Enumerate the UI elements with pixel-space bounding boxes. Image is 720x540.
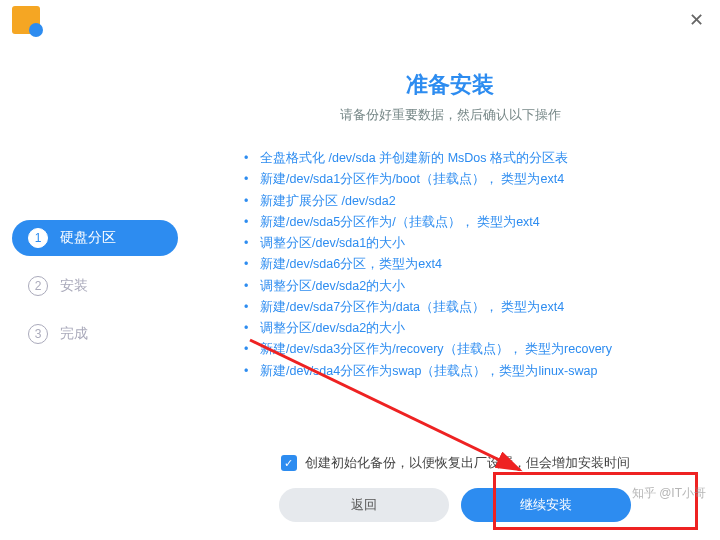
operation-item: 调整分区/dev/sda2的大小 xyxy=(244,276,680,297)
checkbox-label: 创建初始化备份，以便恢复出厂设置，但会增加安装时间 xyxy=(305,454,630,472)
init-backup-checkbox-row[interactable]: ✓ 创建初始化备份，以便恢复出厂设置，但会增加安装时间 xyxy=(220,454,690,472)
step-label: 硬盘分区 xyxy=(60,229,116,247)
operation-list: 全盘格式化 /dev/sda 并创建新的 MsDos 格式的分区表新建/dev/… xyxy=(220,148,680,382)
operation-item: 新建/dev/sda1分区作为/boot（挂载点）， 类型为ext4 xyxy=(244,169,680,190)
close-button[interactable]: ✕ xyxy=(684,8,708,32)
operation-item: 新建/dev/sda3分区作为/recovery（挂载点）， 类型为recove… xyxy=(244,339,680,360)
operation-item: 新建/dev/sda4分区作为swap（挂载点），类型为linux-swap xyxy=(244,361,680,382)
continue-install-button[interactable]: 继续安装 xyxy=(461,488,631,522)
step-number: 2 xyxy=(28,276,48,296)
main-panel: 准备安装 请备份好重要数据，然后确认以下操作 全盘格式化 /dev/sda 并创… xyxy=(190,40,720,540)
step-label: 安装 xyxy=(60,277,88,295)
page-subtitle: 请备份好重要数据，然后确认以下操作 xyxy=(220,106,680,124)
step-label: 完成 xyxy=(60,325,88,343)
back-button[interactable]: 返回 xyxy=(279,488,449,522)
page-title: 准备安装 xyxy=(220,70,680,100)
step-item-3[interactable]: 3完成 xyxy=(12,316,178,352)
operation-item: 全盘格式化 /dev/sda 并创建新的 MsDos 格式的分区表 xyxy=(244,148,680,169)
checkbox-icon: ✓ xyxy=(281,455,297,471)
operation-item: 新建/dev/sda6分区，类型为ext4 xyxy=(244,254,680,275)
titlebar: ✕ xyxy=(0,0,720,40)
operation-item: 新建扩展分区 /dev/sda2 xyxy=(244,191,680,212)
step-number: 1 xyxy=(28,228,48,248)
step-item-1[interactable]: 1硬盘分区 xyxy=(12,220,178,256)
sidebar: 1硬盘分区2安装3完成 xyxy=(0,40,190,540)
operation-item: 新建/dev/sda5分区作为/（挂载点）， 类型为ext4 xyxy=(244,212,680,233)
operation-item: 新建/dev/sda7分区作为/data（挂载点）， 类型为ext4 xyxy=(244,297,680,318)
step-number: 3 xyxy=(28,324,48,344)
app-icon xyxy=(12,6,40,34)
operation-item: 调整分区/dev/sda1的大小 xyxy=(244,233,680,254)
step-item-2[interactable]: 2安装 xyxy=(12,268,178,304)
operation-item: 调整分区/dev/sda2的大小 xyxy=(244,318,680,339)
